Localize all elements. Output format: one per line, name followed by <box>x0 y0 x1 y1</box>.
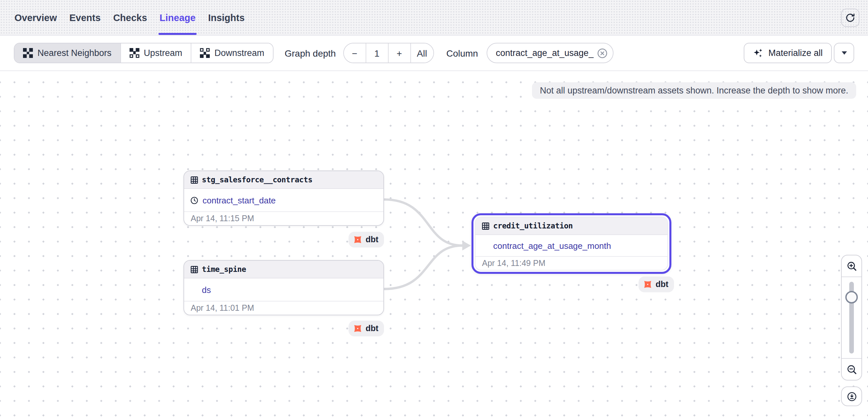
view-mode-downstream[interactable]: Downstream <box>191 44 273 62</box>
view-mode-label: Nearest Neighbors <box>37 48 112 58</box>
dbt-logo-icon <box>353 324 362 333</box>
dbt-badge: dbt <box>348 232 384 248</box>
dbt-logo-icon <box>643 280 652 289</box>
dbt-badge-label: dbt <box>366 324 378 333</box>
table-icon <box>190 175 198 184</box>
asset-node-time-spine[interactable]: time_spine ds Apr 14, 11:01 PM <box>183 260 384 315</box>
zoom-in-button[interactable] <box>842 255 861 277</box>
materialize-all-label: Materialize all <box>768 48 823 58</box>
view-mode-upstream[interactable]: Upstream <box>121 44 191 62</box>
column-name: contract_age_at_usage_month <box>493 241 611 251</box>
tab-checks[interactable]: Checks <box>113 0 147 35</box>
downstream-icon <box>200 48 210 58</box>
asset-node-timestamp: Apr 14, 11:15 PM <box>184 212 383 225</box>
table-icon <box>482 222 490 230</box>
lineage-toolbar: Nearest Neighbors Upstream <box>0 35 868 71</box>
nearest-neighbors-icon <box>23 48 33 58</box>
asset-node-title: stg_salesforce__contracts <box>202 175 312 184</box>
tab-bar: Overview Events Checks Lineage Insights <box>0 0 868 35</box>
refresh-button[interactable] <box>841 8 860 27</box>
zoom-control-panel <box>841 255 862 381</box>
tab-lineage[interactable]: Lineage <box>159 0 196 35</box>
refresh-icon <box>845 12 856 23</box>
zoom-slider[interactable] <box>842 277 861 358</box>
asset-lineage-page: Overview Events Checks Lineage Insights <box>0 0 868 420</box>
graph-depth-stepper: − 1 + All <box>343 43 434 63</box>
edge-arrowhead <box>462 241 471 251</box>
recenter-icon <box>846 391 857 402</box>
asset-node-credit-utilization[interactable]: credit_utilization contract_age_at_usage… <box>475 217 668 271</box>
view-mode-group: Nearest Neighbors Upstream <box>14 43 274 63</box>
lineage-edges <box>0 71 868 420</box>
materialize-all-button[interactable]: Materialize all <box>744 43 832 63</box>
table-icon <box>190 265 198 274</box>
depth-notice-banner: Not all upstream/downstream assets shown… <box>532 82 856 99</box>
asset-node-timestamp: Apr 14, 11:49 PM <box>475 257 668 270</box>
asset-node-credit-utilization-selected[interactable]: credit_utilization contract_age_at_usage… <box>471 213 671 274</box>
asset-node-timestamp: Apr 14, 11:01 PM <box>184 302 383 315</box>
column-name: ds <box>202 285 211 295</box>
view-mode-nearest-neighbors[interactable]: Nearest Neighbors <box>14 44 121 62</box>
graph-depth-label: Graph depth <box>285 48 336 58</box>
zoom-out-button[interactable] <box>842 358 861 380</box>
depth-increment-button[interactable]: + <box>388 44 411 62</box>
asset-node-stg-salesforce-contracts[interactable]: stg_salesforce__contracts contract_start… <box>183 170 384 226</box>
tab-overview[interactable]: Overview <box>14 0 57 35</box>
tab-events[interactable]: Events <box>69 0 101 35</box>
lineage-canvas[interactable]: Not all upstream/downstream assets shown… <box>0 71 868 420</box>
column-filter-chip[interactable]: contract_age_at_usage_ <box>487 43 613 63</box>
asset-node-header: stg_salesforce__contracts <box>184 171 383 189</box>
depth-value[interactable]: 1 <box>366 44 388 62</box>
zoom-slider-thumb[interactable] <box>845 291 858 304</box>
asset-node-header: credit_utilization <box>475 217 668 235</box>
column-name: contract_start_date <box>203 195 276 205</box>
toolbar-right-group: Materialize all <box>744 43 854 63</box>
depth-decrement-button[interactable]: − <box>344 44 366 62</box>
tab-insights[interactable]: Insights <box>208 0 245 35</box>
recenter-button[interactable] <box>841 386 862 406</box>
sparkles-icon <box>753 48 764 58</box>
asset-node-title: time_spine <box>202 264 246 274</box>
view-mode-label: Upstream <box>144 48 182 58</box>
dbt-logo-icon <box>353 235 362 244</box>
view-mode-label: Downstream <box>214 48 265 58</box>
dbt-badge: dbt <box>348 320 384 336</box>
clock-icon <box>190 196 198 204</box>
dbt-badge-label: dbt <box>366 235 378 244</box>
dbt-badge-label: dbt <box>656 280 669 289</box>
upstream-icon <box>129 48 139 58</box>
dbt-badge: dbt <box>639 277 674 292</box>
column-chip-text: contract_age_at_usage_ <box>496 48 593 58</box>
column-row[interactable]: contract_start_date <box>184 189 383 212</box>
asset-node-header: time_spine <box>184 261 383 278</box>
column-row[interactable]: ds <box>184 278 383 302</box>
column-row[interactable]: contract_age_at_usage_month <box>475 235 668 257</box>
asset-node-title: credit_utilization <box>493 221 573 230</box>
zoom-out-icon <box>846 364 857 375</box>
column-filter-label: Column <box>446 48 478 58</box>
materialize-dropdown-button[interactable] <box>834 43 854 63</box>
zoom-in-icon <box>846 260 857 272</box>
depth-all-button[interactable]: All <box>411 44 433 62</box>
circle-x-icon[interactable] <box>597 48 607 58</box>
caret-down-icon <box>841 51 847 55</box>
